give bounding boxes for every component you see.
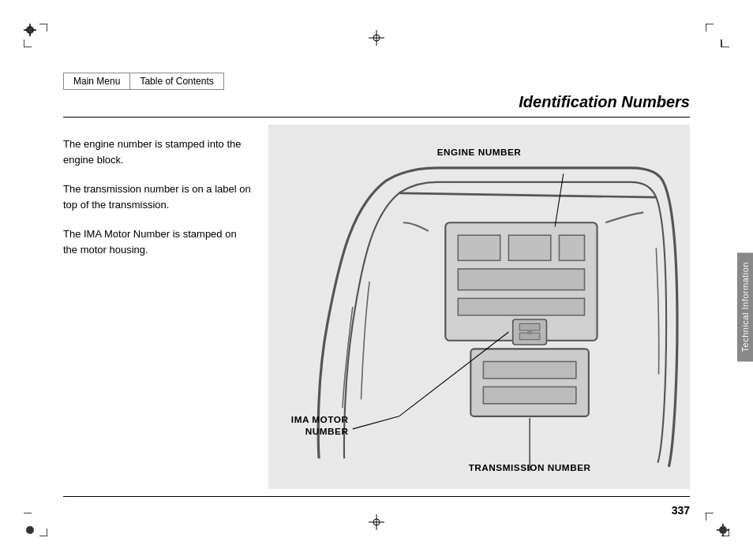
- crosshair-top: [369, 30, 384, 46]
- svg-text:ENGINE NUMBER: ENGINE NUMBER: [437, 147, 522, 157]
- nav-buttons: Main Menu Table of Contents: [63, 73, 224, 90]
- svg-point-18: [719, 526, 727, 534]
- table-of-contents-button[interactable]: Table of Contents: [129, 73, 223, 90]
- svg-rect-38: [458, 269, 584, 290]
- svg-line-33: [399, 193, 657, 197]
- reg-mark-bottom-right: [706, 513, 729, 536]
- svg-rect-35: [458, 235, 500, 260]
- page-title: Identification Numbers: [519, 93, 690, 111]
- svg-text:NUMBER: NUMBER: [305, 426, 349, 436]
- page-number: 337: [672, 504, 690, 517]
- crosshair-bottom: [369, 514, 384, 530]
- svg-rect-39: [458, 298, 584, 315]
- transmission-number-text: The transmission number is on a label on…: [63, 181, 253, 212]
- identification-diagram: ENGINE NUMBER IMA MOTOR NUMBER TRANSMISS…: [268, 125, 690, 489]
- content-area: The engine number is stamped into the en…: [63, 125, 690, 489]
- svg-rect-44: [519, 323, 540, 330]
- side-tab: Technical Information: [737, 252, 753, 361]
- title-rule: [63, 117, 690, 118]
- svg-text:IMA MOTOR: IMA MOTOR: [291, 414, 349, 424]
- reg-mark-top-left: [24, 24, 47, 47]
- text-column: The engine number is stamped into the en…: [63, 125, 253, 489]
- svg-point-46: [527, 330, 532, 334]
- svg-text:TRANSMISSION NUMBER: TRANSMISSION NUMBER: [469, 462, 591, 472]
- svg-line-50: [353, 416, 399, 429]
- main-menu-button[interactable]: Main Menu: [63, 73, 129, 90]
- svg-rect-40: [470, 349, 589, 416]
- reg-mark-bottom-left: [24, 513, 47, 536]
- svg-rect-41: [483, 361, 575, 378]
- svg-point-17: [26, 526, 34, 534]
- diagram-area: ENGINE NUMBER IMA MOTOR NUMBER TRANSMISS…: [268, 125, 690, 489]
- engine-number-text: The engine number is stamped into the en…: [63, 136, 253, 167]
- svg-rect-36: [508, 235, 550, 260]
- svg-rect-37: [559, 235, 584, 260]
- motor-number-text: The IMA Motor Number is stamped on the m…: [63, 226, 253, 257]
- reg-mark-top-right: [706, 24, 729, 47]
- svg-rect-42: [483, 386, 575, 403]
- bottom-rule: [63, 496, 690, 497]
